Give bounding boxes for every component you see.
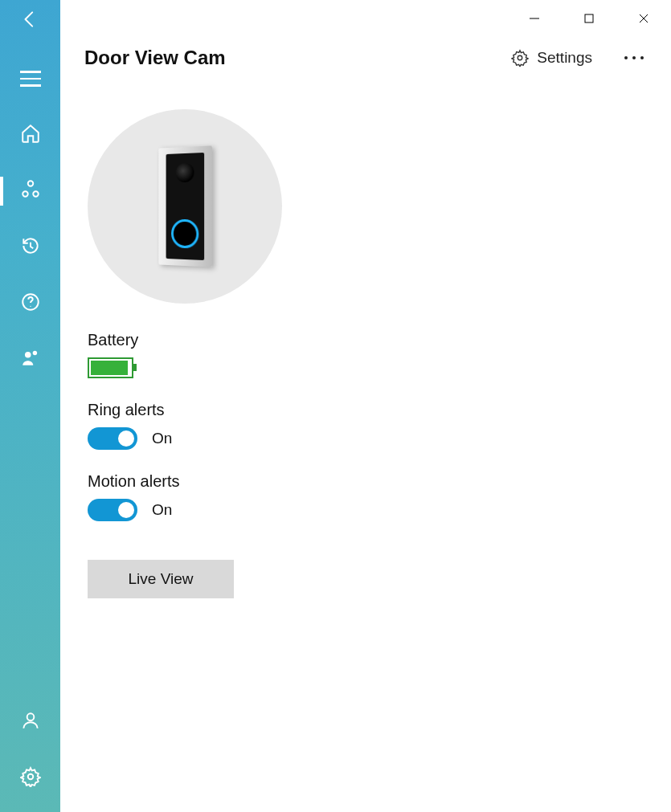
gear-icon [511, 49, 529, 67]
ring-alerts-label: Ring alerts [88, 401, 647, 419]
doorbell-illustration [158, 145, 212, 267]
nav-home[interactable] [0, 116, 60, 154]
sidebar [0, 0, 60, 812]
svg-point-13 [518, 55, 523, 60]
sidebar-bottom-group [0, 703, 60, 798]
back-button[interactable] [0, 0, 60, 42]
ring-alerts-toggle[interactable] [88, 427, 137, 450]
content: Battery Ring alerts On Motion alerts On … [60, 69, 671, 598]
live-view-button[interactable]: Live View [88, 560, 234, 598]
battery-label: Battery [88, 331, 647, 349]
ring-alerts-state: On [152, 430, 172, 447]
window-close-button[interactable] [616, 0, 671, 37]
nav-neighbors[interactable] [0, 341, 60, 379]
motion-alerts-state: On [152, 501, 172, 519]
dot-icon [640, 56, 644, 59]
window-minimize-button[interactable] [507, 0, 562, 37]
more-button[interactable] [620, 51, 648, 64]
nav-devices[interactable] [0, 172, 60, 210]
svg-point-7 [27, 713, 34, 720]
svg-point-6 [32, 351, 36, 355]
svg-point-8 [27, 774, 33, 780]
menu-button[interactable] [0, 59, 60, 98]
nav-app-settings[interactable] [0, 759, 60, 798]
page-title: Door View Cam [84, 47, 226, 69]
svg-point-2 [33, 191, 39, 197]
hamburger-icon [20, 71, 41, 87]
dot-icon [632, 56, 636, 59]
nav-help[interactable] [0, 284, 60, 323]
toggle-knob [118, 430, 134, 447]
motion-alerts-toggle[interactable] [88, 499, 137, 521]
svg-point-0 [27, 181, 33, 186]
motion-alerts-row: On [88, 499, 647, 521]
minimize-icon [529, 13, 540, 24]
page-header: Door View Cam Settings [60, 37, 671, 69]
dot-icon [624, 56, 628, 59]
nav-history[interactable] [0, 228, 60, 267]
battery-indicator [88, 357, 133, 378]
sidebar-top-group [0, 0, 60, 379]
device-image [88, 109, 282, 304]
svg-point-4 [30, 306, 31, 307]
help-icon [20, 292, 41, 316]
ring-alerts-row: On [88, 427, 647, 450]
settings-button[interactable]: Settings [511, 49, 592, 67]
nav-account[interactable] [0, 703, 60, 741]
battery-fill [91, 361, 128, 375]
live-view-label: Live View [129, 570, 194, 588]
close-icon [638, 13, 649, 24]
arrow-left-icon [20, 9, 41, 33]
window-maximize-button[interactable] [562, 0, 616, 37]
svg-rect-10 [585, 14, 593, 22]
home-icon [20, 123, 41, 147]
gear-icon [20, 766, 41, 790]
neighbors-icon [20, 348, 41, 372]
window-titlebar [60, 0, 671, 37]
motion-alerts-label: Motion alerts [88, 472, 647, 491]
toggle-knob [118, 502, 134, 518]
devices-icon [20, 179, 41, 203]
settings-label: Settings [537, 49, 592, 67]
user-icon [20, 710, 41, 734]
main-area: Door View Cam Settings Battery Ring aler… [60, 0, 671, 812]
svg-point-5 [24, 352, 31, 358]
maximize-icon [583, 13, 595, 24]
history-icon [20, 235, 41, 259]
svg-point-1 [23, 191, 28, 197]
